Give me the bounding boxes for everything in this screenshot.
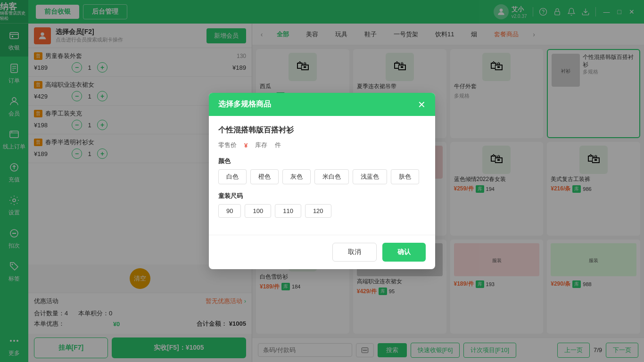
color-option-white[interactable]: 白色	[218, 169, 247, 184]
modal-overlay: 选择多规格商品 ✕ 个性混搭韩版百搭衬衫 零售价 ¥ 库存 件 颜色 白色 橙色…	[0, 0, 644, 362]
color-options: 白色 橙色 灰色 米白色 浅蓝色 肤色	[218, 169, 426, 184]
size-option-90[interactable]: 90	[218, 204, 241, 218]
modal-body: 个性混搭韩版百搭衬衫 零售价 ¥ 库存 件 颜色 白色 橙色 灰色 米白色 浅蓝…	[209, 116, 435, 235]
retail-label: 零售价	[218, 141, 237, 149]
color-option-cream[interactable]: 米白色	[314, 169, 349, 184]
color-option-skin[interactable]: 肤色	[391, 169, 419, 184]
size-option-120[interactable]: 120	[305, 204, 331, 218]
color-label: 颜色	[218, 157, 426, 165]
color-option-orange[interactable]: 橙色	[250, 169, 279, 184]
modal-confirm-button[interactable]: 确认	[382, 243, 426, 262]
size-option-100[interactable]: 100	[245, 204, 271, 218]
color-option-gray[interactable]: 灰色	[282, 169, 311, 184]
size-label: 童装尺码	[218, 192, 426, 200]
modal-footer: 取消 确认	[209, 235, 435, 269]
size-option-110[interactable]: 110	[275, 204, 301, 218]
modal-dialog: 选择多规格商品 ✕ 个性混搭韩版百搭衬衫 零售价 ¥ 库存 件 颜色 白色 橙色…	[209, 93, 435, 269]
stock-unit: 件	[275, 141, 281, 149]
size-options: 90 100 110 120	[218, 204, 426, 218]
modal-product-name: 个性混搭韩版百搭衬衫	[218, 125, 426, 135]
color-option-lightblue[interactable]: 浅蓝色	[353, 169, 387, 184]
modal-close-button[interactable]: ✕	[418, 100, 426, 109]
modal-header: 选择多规格商品 ✕	[209, 93, 435, 116]
stock-label: 库存	[255, 141, 267, 149]
modal-meta: 零售价 ¥ 库存 件	[218, 141, 426, 149]
retail-price: ¥	[244, 142, 248, 149]
size-spec-section: 童装尺码 90 100 110 120	[218, 192, 426, 218]
modal-title: 选择多规格商品	[218, 99, 271, 109]
color-spec-section: 颜色 白色 橙色 灰色 米白色 浅蓝色 肤色	[218, 157, 426, 184]
modal-cancel-button[interactable]: 取消	[332, 243, 377, 262]
